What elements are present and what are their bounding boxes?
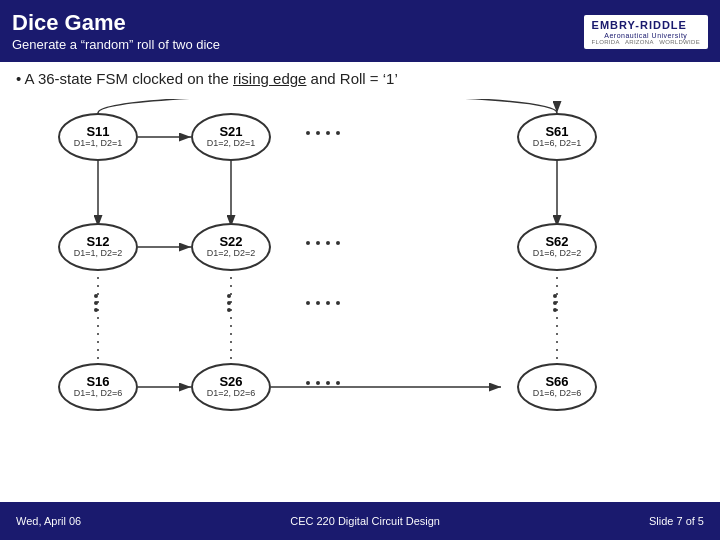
state-sub-s21: D1=2, D2=1 (207, 139, 256, 149)
bullet-point: • A 36-state FSM clocked on the rising e… (16, 70, 704, 87)
dot (326, 241, 330, 245)
dot (553, 294, 557, 298)
state-s12: S12 D1=1, D2=2 (58, 223, 138, 271)
state-s26: S26 D1=2, D2=6 (191, 363, 271, 411)
state-label-s26: S26 (219, 375, 242, 389)
state-label-s62: S62 (545, 235, 568, 249)
state-oval-s12: S12 D1=1, D2=2 (58, 223, 138, 271)
dot (326, 301, 330, 305)
state-label-s22: S22 (219, 235, 242, 249)
dot (94, 294, 98, 298)
dots-col0 (94, 294, 98, 312)
state-sub-s62: D1=6, D2=2 (533, 249, 582, 259)
state-oval-s26: S26 D1=2, D2=6 (191, 363, 271, 411)
footer-right: Slide 7 of 5 (649, 515, 704, 527)
state-s66: S66 D1=6, D2=6 (517, 363, 597, 411)
dot (94, 301, 98, 305)
dot (227, 294, 231, 298)
dots-row0 (306, 131, 340, 135)
state-sub-s11: D1=1, D2=1 (74, 139, 123, 149)
state-label-s12: S12 (86, 235, 109, 249)
logo-box: EMBRY-RIDDLE Aeronautical University FLO… (584, 15, 708, 48)
dot (306, 241, 310, 245)
dot (306, 301, 310, 305)
logo-name: EMBRY-RIDDLE (592, 19, 700, 31)
state-label-s21: S21 (219, 125, 242, 139)
footer-left: Wed, April 06 (16, 515, 81, 527)
main-content: • A 36-state FSM clocked on the rising e… (0, 62, 720, 502)
state-s62: S62 D1=6, D2=2 (517, 223, 597, 271)
dot (94, 308, 98, 312)
dot (553, 301, 557, 305)
state-label-s16: S16 (86, 375, 109, 389)
dot (336, 301, 340, 305)
state-oval-s21: S21 D1=2, D2=1 (191, 113, 271, 161)
dot (326, 131, 330, 135)
page-subtitle: Generate a “random” roll of two dice (12, 37, 220, 54)
state-sub-s12: D1=1, D2=2 (74, 249, 123, 259)
state-s11: S11 D1=1, D2=1 (58, 113, 138, 161)
bullet-text-underline: rising edge (233, 70, 306, 87)
footer: Wed, April 06 CEC 220 Digital Circuit De… (0, 502, 720, 540)
state-s22: S22 D1=2, D2=2 (191, 223, 271, 271)
dots-center (306, 301, 340, 305)
dot (316, 301, 320, 305)
state-oval-s61: S61 D1=6, D2=1 (517, 113, 597, 161)
dot (336, 381, 340, 385)
state-oval-s16: S16 D1=1, D2=6 (58, 363, 138, 411)
dot (316, 241, 320, 245)
state-label-s11: S11 (86, 125, 109, 139)
state-oval-s66: S66 D1=6, D2=6 (517, 363, 597, 411)
logo-area: EMBRY-RIDDLE Aeronautical University FLO… (584, 15, 708, 48)
state-sub-s16: D1=1, D2=6 (74, 389, 123, 399)
state-s21: S21 D1=2, D2=1 (191, 113, 271, 161)
logo-sub: FLORIDA ARIZONA WORLDWIDE (592, 39, 700, 45)
state-oval-s22: S22 D1=2, D2=2 (191, 223, 271, 271)
header-left: Dice Game Generate a “random” roll of tw… (12, 10, 220, 53)
state-oval-s62: S62 D1=6, D2=2 (517, 223, 597, 271)
page-title: Dice Game (12, 10, 220, 36)
state-sub-s22: D1=2, D2=2 (207, 249, 256, 259)
footer-center: CEC 220 Digital Circuit Design (290, 515, 440, 527)
dots-row1 (306, 241, 340, 245)
dot (306, 131, 310, 135)
dot (316, 381, 320, 385)
dot (227, 308, 231, 312)
dot (316, 131, 320, 135)
state-label-s66: S66 (545, 375, 568, 389)
state-sub-s26: D1=2, D2=6 (207, 389, 256, 399)
dot (336, 241, 340, 245)
dot (306, 381, 310, 385)
dots-col1 (227, 294, 231, 312)
state-sub-s66: D1=6, D2=6 (533, 389, 582, 399)
bullet-text-before: A 36-state FSM clocked on the (25, 70, 233, 87)
fsm-diagram: S11 D1=1, D2=1 S12 D1=1, D2=2 S16 D1=1, … (16, 99, 704, 459)
dot (227, 301, 231, 305)
state-label-s61: S61 (545, 125, 568, 139)
dot (553, 308, 557, 312)
header: Dice Game Generate a “random” roll of tw… (0, 0, 720, 62)
logo-type: Aeronautical University (592, 32, 700, 39)
state-sub-s61: D1=6, D2=1 (533, 139, 582, 149)
state-oval-s11: S11 D1=1, D2=1 (58, 113, 138, 161)
dot (336, 131, 340, 135)
dots-col3 (553, 294, 557, 312)
state-s61: S61 D1=6, D2=1 (517, 113, 597, 161)
bullet-text-after: and Roll = ‘1’ (306, 70, 397, 87)
state-s16: S16 D1=1, D2=6 (58, 363, 138, 411)
dot (326, 381, 330, 385)
dots-row2 (306, 381, 340, 385)
